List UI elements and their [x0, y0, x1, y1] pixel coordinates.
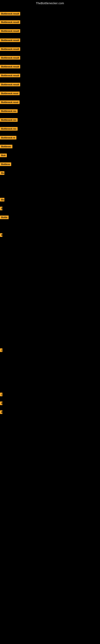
bottleneck-badge-24: Bottle [0, 216, 9, 219]
bottleneck-result-3: Bottleneck result [0, 29, 20, 34]
bottleneck-badge-19: Bo [0, 171, 4, 175]
bottleneck-result-10: Bottleneck resul [0, 92, 20, 96]
bottleneck-result-39: | [0, 348, 2, 353]
bottleneck-result-7: Bottleneck result [0, 65, 20, 69]
bottleneck-badge-8: Bottleneck result [0, 74, 20, 77]
bottleneck-badge-1: Bottleneck result [0, 12, 20, 16]
bottleneck-badge-13: Bottleneck res [0, 118, 18, 122]
bottleneck-result-5: Bottleneck result [0, 47, 20, 52]
bottleneck-result-24: Bottle [0, 216, 9, 220]
bottleneck-result-46: B [0, 410, 2, 415]
bottleneck-badge-46: B [0, 410, 2, 414]
bottleneck-result-1: Bottleneck result [0, 12, 20, 16]
bottleneck-result-11: Bottleneck resul [0, 100, 20, 105]
bottleneck-result-4: Bottleneck result [0, 38, 20, 43]
bottleneck-badge-11: Bottleneck resul [0, 100, 20, 104]
bottleneck-badge-18: Bottlene [0, 162, 11, 166]
bottleneck-result-22: Bo [0, 198, 4, 202]
bottleneck-badge-12: Bottleneck res [0, 109, 18, 113]
bottleneck-result-13: Bottleneck res [0, 118, 18, 122]
bottleneck-badge-23: B [0, 207, 2, 210]
bottleneck-result-15: Bottleneck re [0, 136, 16, 140]
bottleneck-result-45: B [0, 402, 2, 406]
bottleneck-result-14: Bottleneck res [0, 127, 18, 132]
bottleneck-badge-6: Bottleneck result [0, 56, 20, 60]
bottleneck-badge-39: | [0, 348, 2, 352]
bottleneck-badge-45: B [0, 402, 2, 405]
bottleneck-badge-16: Bottlenec [0, 145, 12, 148]
bottleneck-result-8: Bottleneck result [0, 74, 20, 78]
bottleneck-badge-7: Bottleneck result [0, 65, 20, 68]
bottleneck-result-23: B [0, 207, 2, 211]
bottleneck-badge-22: Bo [0, 198, 4, 202]
bottleneck-badge-26: B [0, 233, 2, 237]
bottleneck-result-26: B [0, 233, 2, 238]
bottleneck-result-17: Bott [0, 154, 7, 158]
bottleneck-badge-9: Bottleneck result [0, 83, 20, 86]
bottleneck-result-16: Bottlenec [0, 145, 12, 149]
bottleneck-result-18: Bottlene [0, 162, 11, 167]
bottleneck-badge-15: Bottleneck re [0, 136, 16, 140]
bottleneck-badge-2: Bottleneck result [0, 20, 20, 24]
bottleneck-badge-10: Bottleneck resul [0, 92, 20, 95]
bottleneck-badge-4: Bottleneck result [0, 38, 20, 42]
bottleneck-badge-44: | [0, 393, 2, 396]
bottleneck-badge-17: Bott [0, 154, 7, 157]
site-title: TheBottlenecker.com [0, 0, 100, 6]
bottleneck-result-9: Bottleneck result [0, 83, 20, 87]
bottleneck-result-19: Bo [0, 171, 4, 176]
bottleneck-badge-5: Bottleneck result [0, 47, 20, 51]
bottleneck-badge-14: Bottleneck res [0, 127, 18, 130]
bottleneck-result-6: Bottleneck result [0, 56, 20, 60]
bottleneck-badge-3: Bottleneck result [0, 29, 20, 33]
bottleneck-result-2: Bottleneck result [0, 20, 20, 25]
bottleneck-result-12: Bottleneck res [0, 109, 18, 114]
bottleneck-result-44: | [0, 393, 2, 397]
